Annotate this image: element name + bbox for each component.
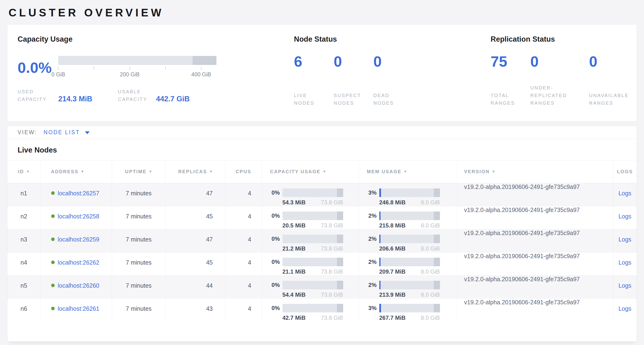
mem-max-value: 8.0 GiB (421, 314, 440, 321)
stat-label-line: DEAD (373, 92, 411, 99)
node-address-link[interactable]: localhost:26259 (58, 236, 100, 243)
cluster-overview-page: CLUSTER OVERVIEW Capacity Usage 0.0% 0 G… (0, 0, 644, 342)
view-dropdown-value: NODE LIST (44, 129, 80, 136)
stat-label-line: NODES (334, 99, 371, 107)
capacity-usage-meter: 0% 20.5 MiB 73.8 GiB (270, 211, 358, 229)
node-version-cell: v19.2.0-alpha.20190606-2491-gfe735c9a97 (457, 206, 613, 229)
column-header-label: ADDRESS (51, 169, 78, 174)
node-address-link[interactable]: localhost:26260 (58, 282, 100, 289)
stat-label-line: UNDER- (530, 84, 587, 92)
mem-mini-bar (379, 211, 440, 220)
used-capacity-stat: USEDCAPACITY214.3 MiB (18, 88, 118, 103)
column-header-capacity-usage[interactable]: CAPACITY USAGE▼ (262, 160, 358, 183)
node-mem-usage-cell: 2% 213.9 MiB 8.0 GiB (358, 275, 457, 299)
column-header-id[interactable]: ID▼ (7, 160, 40, 183)
capacity-percent-label: 0% (270, 258, 282, 266)
column-header-label: REPLICAS (178, 169, 207, 174)
axis-tick-label: 0 GiB (51, 71, 65, 78)
node-live-status-icon (51, 284, 55, 287)
node-cpus-cell: 4 (225, 229, 262, 252)
node-cpus-cell: 4 (225, 206, 262, 229)
node-mem-usage-cell: 2% 209.7 MiB 8.0 GiB (358, 252, 457, 275)
node-address-link[interactable]: localhost:26257 (58, 190, 100, 197)
node-live-status-icon (51, 214, 55, 218)
node-id-cell: n6 (7, 299, 40, 322)
mem-used-value: 215.8 MiB (379, 222, 406, 229)
capacity-percent-label: 0% (270, 211, 282, 220)
node-version-cell: v19.2.0-alpha.20190606-2491-gfe735c9a97 (457, 229, 613, 252)
stat-label-line: USED (18, 88, 58, 95)
mem-max-value: 8.0 GiB (421, 268, 440, 275)
mem-percent-label: 2% (367, 258, 379, 266)
node-address-link[interactable]: localhost:26261 (58, 305, 100, 312)
column-header-replicas[interactable]: REPLICAS▼ (166, 160, 225, 183)
capacity-usage-heading: Capacity Usage (18, 35, 294, 44)
mem-used-value: 209.7 MiB (379, 268, 406, 275)
node-capacity-usage-cell: 0% 21.2 MiB 73.8 GiB (262, 229, 358, 252)
node-logs-link[interactable]: Logs (618, 213, 632, 220)
column-header-uptime[interactable]: UPTIME▼ (112, 160, 166, 183)
mem-mini-bar-reserved (434, 304, 440, 312)
column-header-label: LOGS (617, 169, 633, 174)
node-cpus-cell: 4 (225, 252, 262, 275)
sort-arrow-icon: ▼ (404, 169, 407, 173)
mem-mini-bar-fill (379, 188, 381, 197)
mem-usage-meter: 2% 215.8 MiB 8.0 GiB (367, 211, 457, 229)
replication-stat-value: 75 (490, 54, 528, 69)
node-address-cell: localhost:26257 (40, 183, 112, 206)
view-dropdown[interactable]: NODE LIST (44, 129, 90, 136)
node-replicas-cell: 43 (166, 299, 225, 322)
axis-tick-mark (130, 67, 130, 70)
node-logs-link[interactable]: Logs (618, 236, 632, 243)
node-logs-link[interactable]: Logs (618, 305, 632, 312)
sort-arrow-icon: ▼ (492, 169, 495, 173)
column-header-label: CPUS (236, 169, 251, 174)
column-header-mem-usage[interactable]: MEM USAGE▼ (358, 160, 457, 183)
column-header-address[interactable]: ADDRESS▼ (40, 160, 112, 183)
mem-mini-bar (379, 258, 440, 266)
node-address-link[interactable]: localhost:26262 (58, 259, 100, 266)
node-id-cell: n5 (7, 275, 40, 299)
node-uptime-cell: 7 minutes (112, 229, 166, 252)
stat-label-line: USABLE (118, 88, 156, 95)
mem-usage-meter: 2% 213.9 MiB 8.0 GiB (367, 281, 457, 298)
column-header-version[interactable]: VERSION▼ (457, 160, 613, 183)
mem-used-value: 206.6 MiB (379, 245, 406, 252)
column-header-cpus: CPUS (225, 160, 262, 183)
mem-max-value: 8.0 GiB (421, 199, 440, 206)
column-header-label: CAPACITY USAGE (270, 169, 320, 174)
page-title: CLUSTER OVERVIEW (7, 0, 637, 24)
mem-mini-bar-reserved (434, 235, 440, 243)
node-status-section: Node Status 6LIVENODES0SUSPECTNODES0DEAD… (294, 35, 490, 121)
sort-arrow-icon: ▼ (209, 169, 213, 173)
node-list-panel: VIEW: NODE LIST Live Nodes ID▼ADDRESS▼UP… (7, 126, 637, 342)
capacity-percent-label: 0% (270, 281, 282, 289)
node-stat-label: DEADNODES (373, 92, 411, 107)
node-stat-dead-nodes: 0DEADNODES (373, 54, 413, 107)
capacity-mini-bar (282, 281, 343, 289)
mem-mini-bar (379, 281, 440, 289)
replication-stat-value: 0 (530, 54, 587, 69)
mem-mini-bar-reserved (434, 258, 440, 266)
mem-percent-label: 2% (367, 281, 379, 289)
node-logs-link[interactable]: Logs (618, 282, 632, 289)
table-header-row: ID▼ADDRESS▼UPTIME▼REPLICAS▼CPUSCAPACITY … (7, 160, 637, 183)
node-logs-cell: Logs (613, 252, 637, 275)
stat-label-line: CAPACITY (18, 95, 58, 103)
mem-max-value: 8.0 GiB (421, 245, 440, 252)
node-capacity-usage-cell: 0% 20.5 MiB 73.8 GiB (262, 206, 358, 229)
capacity-mini-bar-reserved (337, 188, 343, 197)
node-logs-link[interactable]: Logs (618, 190, 632, 197)
replication-stat-label: TOTALRANGES (490, 92, 528, 107)
node-logs-link[interactable]: Logs (618, 259, 632, 266)
mem-usage-meter: 3% 267.7 MiB 8.0 GiB (367, 304, 457, 321)
sort-arrow-icon: ▼ (149, 169, 152, 173)
mem-mini-bar-fill (379, 304, 381, 312)
mem-mini-bar (379, 188, 440, 197)
replication-status-section: Replication Status 75TOTALRANGES0UNDER-R… (490, 35, 637, 121)
capacity-max-value: 73.8 GiB (321, 222, 343, 229)
replication-stat-label: UNDER-REPLICATEDRANGES (530, 84, 587, 107)
stat-label-line: NODES (294, 99, 331, 107)
node-address-link[interactable]: localhost:26258 (58, 213, 100, 220)
node-logs-cell: Logs (613, 229, 637, 252)
